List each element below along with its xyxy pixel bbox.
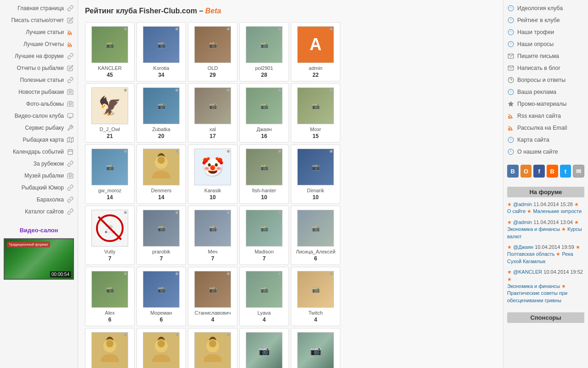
user-card[interactable]: 📸 gw_moroz 14 — [85, 144, 135, 204]
forum-topic1[interactable]: Экономика и финансы — [507, 283, 560, 289]
page-title-text: Рейтинг клуба Fisher-Club.com – — [85, 7, 203, 15]
nav-label: Лучшие статьи — [26, 29, 64, 35]
user-avatar: 📸 — [143, 26, 180, 63]
user-card[interactable]: 📸 fish-hanter 10 — [239, 144, 289, 204]
sidebar-left-item[interactable]: За рубежом — [0, 158, 78, 170]
social-mail-icon[interactable]: ✉ — [573, 165, 584, 178]
social-twitter-icon[interactable]: t — [560, 165, 571, 178]
rank-indicator — [175, 89, 178, 92]
user-card[interactable]: Denmers 14 — [136, 144, 186, 204]
social-ok-icon[interactable]: О — [520, 165, 532, 178]
user-card[interactable] — [136, 328, 186, 368]
user-card[interactable]: 📸 Madison 7 — [239, 206, 289, 265]
sidebar-left-item[interactable]: Отчеты о рыбалке — [0, 62, 78, 74]
sidebar-right-item[interactable]: Написать в блог — [503, 62, 588, 74]
sidebar-right-item[interactable]: Рассылка на Email — [503, 122, 588, 134]
user-score: 14 — [88, 194, 132, 201]
user-card[interactable]: 📸 Мореман 6 — [136, 267, 186, 326]
sidebar-left-item[interactable]: Сервис рыбаку — [0, 122, 78, 134]
user-card[interactable]: 🦅 D_J_Owl 21 — [85, 83, 135, 143]
sidebar-left-item[interactable]: Видео-салон клуба — [0, 110, 78, 122]
edit-icon — [67, 64, 74, 72]
sidebar-right-item[interactable]: Пишите письма — [503, 50, 588, 62]
user-card[interactable]: 📸 Lyava 4 — [239, 267, 289, 326]
social-blogger-icon[interactable]: B — [547, 165, 558, 178]
sidebar-left-item[interactable]: Писать статью/отчет — [0, 14, 78, 26]
user-name: Twitch — [294, 310, 338, 316]
user-card[interactable]: 📸 pol2901 28 — [239, 22, 289, 81]
sidebar-left-item[interactable]: Календарь событий — [0, 146, 78, 158]
forum-topic1[interactable]: Экономика и финансы — [507, 226, 560, 232]
user-card[interactable]: 📸 Мозг 15 — [291, 83, 340, 143]
user-avatar: 📸 — [297, 149, 334, 185]
user-card[interactable] — [188, 328, 237, 368]
sidebar-left-item[interactable]: Рыбацкий Юмор — [0, 182, 78, 194]
user-card[interactable]: 📸 Dimarik 10 — [291, 144, 340, 204]
user-card[interactable]: 📸 Twitch 4 — [291, 267, 340, 326]
social-facebook-icon[interactable]: f — [533, 165, 545, 178]
social-vk-icon[interactable]: В — [507, 165, 519, 178]
user-card[interactable]: 📸 Станиславович 4 — [188, 267, 237, 326]
user-card[interactable]: 🚬 Vutty 7 — [85, 206, 135, 265]
user-card[interactable]: 📸 Zubatka 20 — [136, 83, 186, 143]
user-card[interactable]: 🤡 Karasik 10 — [188, 144, 237, 204]
sidebar-right-item[interactable]: Рейтинг в клубе — [503, 14, 588, 26]
user-name: Джаян — [242, 126, 286, 132]
sidebar-left-item[interactable]: Главная страница — [0, 2, 78, 14]
sidebar-left-item[interactable]: Рыбацкая карта — [0, 134, 78, 146]
forum-user[interactable]: @Джаян — [513, 244, 533, 250]
sidebar-left-item[interactable]: Новости рыбакам — [0, 86, 78, 98]
sidebar-left-item[interactable]: Барахолка — [0, 194, 78, 206]
sidebar-right-item[interactable]: О нашем сайте — [503, 146, 588, 158]
sidebar-right-item[interactable]: Идеология клуба — [503, 2, 588, 14]
sidebar-left-item[interactable]: Лучшие Отчеты — [0, 38, 78, 50]
sidebar-right-item[interactable]: Ваша реклама — [503, 86, 588, 98]
forum-topic1[interactable]: О сайте — [507, 208, 526, 214]
rank-indicator — [278, 28, 281, 30]
right-nav-label: Карта сайта — [517, 137, 549, 143]
rss-icon — [507, 112, 514, 120]
sidebar-right-item[interactable]: Rss канал сайта — [503, 110, 588, 122]
sidebar-right-item[interactable]: Карта сайта — [503, 134, 588, 146]
sidebar-right-item[interactable]: Наши трофеи — [503, 26, 588, 38]
forum-topic2[interactable]: Маленькие хитрости — [533, 208, 582, 214]
user-card[interactable]: 📸 xal 17 — [188, 83, 237, 143]
sidebar-right-item[interactable]: Промо-материалы — [503, 98, 588, 110]
sidebar-right-item[interactable]: Вопросы и ответы — [503, 74, 588, 86]
sidebar-left-item[interactable]: Каталог сайтов — [0, 206, 78, 218]
link-icon — [67, 160, 74, 167]
user-card[interactable]: 📸 prarobik 7 — [136, 206, 186, 265]
link-icon — [67, 184, 74, 191]
user-card[interactable]: A admin 22 — [291, 22, 340, 81]
user-card[interactable]: 📷 — [239, 328, 289, 368]
user-card[interactable]: 📸 Korotia 34 — [136, 22, 186, 81]
user-card[interactable] — [85, 328, 135, 368]
user-avatar: 📸 — [246, 271, 283, 308]
forum-user[interactable]: @admin — [513, 201, 532, 207]
sidebar-left-item[interactable]: Лучшие статьи — [0, 26, 78, 38]
user-card[interactable]: 📸 OLD 29 — [188, 22, 237, 81]
sidebar-left-item[interactable]: Музей рыбалки — [0, 170, 78, 182]
rss-icon — [67, 29, 74, 36]
sidebar-left-item[interactable]: Полезные статьи — [0, 74, 78, 86]
user-card[interactable]: 📷 — [291, 328, 340, 368]
user-card[interactable]: 📸 KANCLER 45 — [85, 22, 135, 81]
right-nav-label: Пишите письма — [517, 53, 559, 59]
forum-star: ★ — [507, 269, 512, 275]
user-card[interactable]: 📸 Лисица_Алексей 6 — [291, 206, 340, 265]
user-avatar: 🚬 — [91, 210, 128, 247]
sidebar-right-item[interactable]: Наши опросы — [503, 38, 588, 50]
forum-topic2[interactable]: Практические советы при обесценивании гр… — [507, 290, 567, 303]
forum-topic1[interactable]: Полтавская область — [507, 251, 554, 257]
sidebar-left-item[interactable]: Фото-альбомы — [0, 98, 78, 110]
user-score: 7 — [139, 255, 183, 262]
user-card[interactable]: 📸 Джаян 16 — [239, 83, 289, 143]
rank-indicator — [124, 89, 127, 92]
user-card[interactable]: 📸 Меч 7 — [188, 206, 237, 265]
forum-user[interactable]: @admin — [513, 219, 532, 225]
video-thumbnail[interactable]: Традиционный формат 00:00:54 — [4, 238, 74, 280]
forum-user[interactable]: @KANCLER — [513, 269, 542, 275]
user-card[interactable]: 📸 Alex 6 — [85, 267, 135, 326]
sidebar-left-item[interactable]: Лучшее на форуме — [0, 50, 78, 62]
rss-icon — [507, 124, 514, 132]
